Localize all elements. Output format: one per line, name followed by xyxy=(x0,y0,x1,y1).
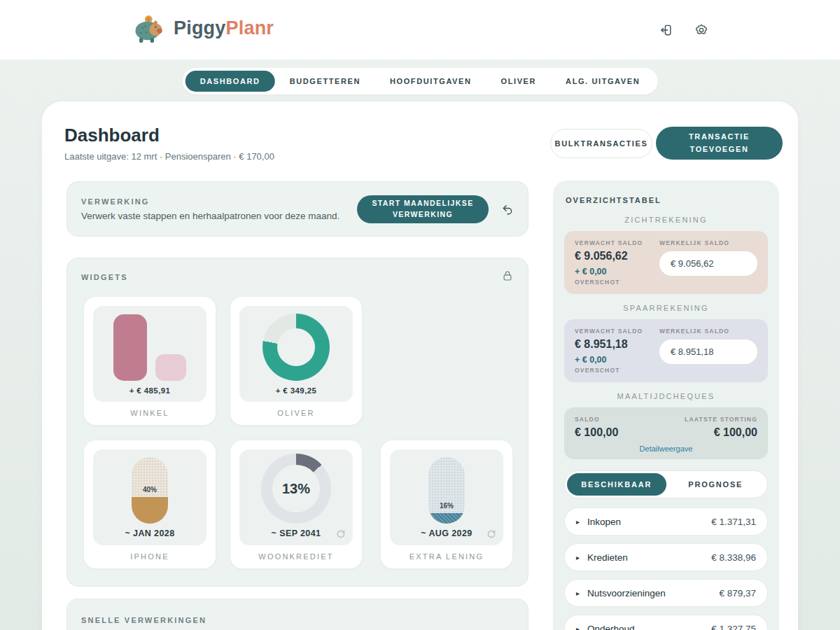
zichtrekening-title: ZICHTREKENING xyxy=(564,216,768,224)
expected-balance-label: VERWACHT SALDO xyxy=(575,328,659,335)
surplus-label: OVERSCHOT xyxy=(575,367,659,374)
extra-lening-percent: 16% xyxy=(428,502,465,510)
app-header: PiggyPlanr xyxy=(0,0,840,59)
logout-icon[interactable] xyxy=(659,23,673,37)
overview-panel: OVERZICHTSTABEL ZICHTREKENING VERWACHT S… xyxy=(553,181,779,630)
saldo-label: SALDO xyxy=(575,416,618,423)
bar-tall xyxy=(113,314,147,381)
winkel-bar-chart xyxy=(113,314,186,381)
iphone-label: IPHONE xyxy=(84,552,216,561)
chevron-right-icon: ▸ xyxy=(576,589,580,597)
surplus-value: + € 0,00 xyxy=(575,267,659,276)
chevron-right-icon: ▸ xyxy=(576,625,580,630)
category-name: Kredieten xyxy=(587,552,628,563)
actual-balance-input[interactable]: € 9.056,62 xyxy=(659,251,757,276)
category-amount: € 879,37 xyxy=(719,588,756,598)
widgets-panel: WIDGETS + € 485,91 WINKEL + € 349,25 xyxy=(66,258,528,587)
tab-hoofduitgaven[interactable]: HOOFDUITGAVEN xyxy=(375,71,486,92)
category-amount: € 1.371,31 xyxy=(711,517,756,527)
undo-icon[interactable] xyxy=(501,203,514,216)
dashboard-card: Dashboard Laatste uitgave: 12 mrt · Pens… xyxy=(42,102,798,630)
category-name: Nutsvoorzieningen xyxy=(587,588,666,598)
category-name: Inkopen xyxy=(587,517,621,527)
refresh-icon[interactable] xyxy=(486,529,496,539)
page-title: Dashboard xyxy=(64,125,160,146)
woonkrediet-label: WOONKREDIET xyxy=(230,552,362,561)
iphone-gauge-fill xyxy=(132,497,168,524)
overview-label: OVERZICHTSTABEL xyxy=(566,196,768,204)
category-amount: € 8.338,96 xyxy=(711,552,756,563)
last-deposit-value: € 100,00 xyxy=(685,426,757,439)
iphone-gauge: 40% xyxy=(132,457,168,524)
iphone-percent: 40% xyxy=(132,486,168,493)
processing-label: VERWERKING xyxy=(81,197,357,206)
extra-lening-gauge: 16% xyxy=(428,457,465,524)
maaltijdcheques-title: MAALTIJDCHEQUES xyxy=(564,392,768,400)
bulk-transactions-button[interactable]: BULKTRANSACTIES xyxy=(550,129,652,158)
quick-processing-panel: SNELLE VERWERKINGEN xyxy=(66,598,528,630)
expected-balance-label: VERWACHT SALDO xyxy=(575,239,659,246)
oliver-value: + € 349,25 xyxy=(276,386,317,395)
lock-icon[interactable] xyxy=(501,270,514,282)
extra-lening-date: ~ AUG 2029 xyxy=(421,528,472,538)
winkel-value: + € 485,91 xyxy=(130,386,171,395)
expected-balance-value: € 8.951,18 xyxy=(575,338,659,351)
toggle-prognose[interactable]: PROGNOSE xyxy=(666,473,766,496)
zichtrekening-card: VERWACHT SALDO € 9.056,62 + € 0,00 OVERS… xyxy=(564,231,768,294)
widget-oliver[interactable]: + € 349,25 OLIVER xyxy=(230,296,363,426)
spaarrekening-card: VERWACHT SALDO € 8.951,18 + € 0,00 OVERS… xyxy=(564,319,768,382)
last-deposit-label: LAATSTE STORTING xyxy=(685,416,757,423)
widget-extra-lening[interactable]: 16% ~ AUG 2029 EXTRA LENING xyxy=(380,440,513,569)
iphone-date: ~ JAN 2028 xyxy=(125,528,174,538)
actual-balance-label: WERKELIJK SALDO xyxy=(659,328,757,335)
chevron-right-icon: ▸ xyxy=(576,518,580,526)
processing-panel: VERWERKING Verwerk vaste stappen en herh… xyxy=(66,181,528,237)
oliver-donut-chart xyxy=(262,314,330,381)
add-transaction-button[interactable]: TRANSACTIE TOEVOEGEN xyxy=(656,127,783,160)
woonkrediet-donut-chart: 13% xyxy=(261,454,331,524)
expected-balance-value: € 9.056,62 xyxy=(575,250,659,262)
last-expense-subtitle: Laatste uitgave: 12 mrt · Pensioensparen… xyxy=(64,151,274,162)
bar-short xyxy=(155,354,186,381)
extra-lening-label: EXTRA LENING xyxy=(381,552,512,561)
quick-processing-label: SNELLE VERWERKINGEN xyxy=(81,616,206,624)
widgets-label: WIDGETS xyxy=(81,273,128,281)
surplus-value: + € 0,00 xyxy=(575,355,659,365)
app-title: PiggyPlanr xyxy=(174,18,274,39)
main-nav: DASHBOARD BUDGETTEREN HOOFDUITGAVEN OLIV… xyxy=(183,68,658,94)
category-amount: € 1.327,75 xyxy=(711,624,756,630)
category-row-nutsvoorzieningen[interactable]: ▸ Nutsvoorzieningen € 879,37 xyxy=(564,579,768,607)
category-row-onderhoud[interactable]: ▸ Onderhoud € 1.327,75 xyxy=(564,615,768,630)
spaarrekening-title: SPAARREKENING xyxy=(564,304,768,312)
woonkrediet-date: ~ SEP 2041 xyxy=(272,528,321,538)
tab-budgetteren[interactable]: BUDGETTEREN xyxy=(275,71,375,92)
widget-iphone[interactable]: 40% ~ JAN 2028 IPHONE xyxy=(83,440,216,569)
tab-alg-uitgaven[interactable]: ALG. UITGAVEN xyxy=(551,71,654,92)
toggle-beschikbaar[interactable]: BESCHIKBAAR xyxy=(567,473,666,496)
actual-balance-input[interactable]: € 8.951,18 xyxy=(659,340,757,364)
processing-description: Verwerk vaste stappen en herhaalpatronen… xyxy=(81,211,357,221)
piggy-bank-icon xyxy=(132,13,167,43)
woonkrediet-percent: 13% xyxy=(261,454,331,524)
actual-balance-label: WERKELIJK SALDO xyxy=(659,239,757,246)
oliver-label: OLIVER xyxy=(230,409,362,417)
winkel-label: WINKEL xyxy=(84,409,216,417)
refresh-icon[interactable] xyxy=(336,529,346,539)
widget-woonkrediet[interactable]: 13% ~ SEP 2041 WOONKREDIET xyxy=(230,440,363,569)
saldo-value: € 100,00 xyxy=(575,426,618,439)
view-toggle: BESCHIKBAAR PROGNOSE xyxy=(564,470,768,498)
tab-dashboard[interactable]: DASHBOARD xyxy=(186,71,275,92)
surplus-label: OVERSCHOT xyxy=(575,279,659,286)
extra-lening-gauge-fill xyxy=(428,513,465,524)
category-row-kredieten[interactable]: ▸ Kredieten € 8.338,96 xyxy=(564,543,768,571)
category-name: Onderhoud xyxy=(587,624,635,630)
maaltijdcheques-card: SALDO € 100,00 LAATSTE STORTING € 100,00… xyxy=(564,407,768,459)
app-logo: PiggyPlanr xyxy=(132,13,274,43)
chevron-right-icon: ▸ xyxy=(576,554,580,561)
settings-gear-icon[interactable] xyxy=(694,23,708,37)
widget-winkel[interactable]: + € 485,91 WINKEL xyxy=(83,296,216,426)
start-monthly-processing-button[interactable]: START MAANDELIJKSE VERWERKING xyxy=(357,195,489,223)
category-row-inkopen[interactable]: ▸ Inkopen € 1.371,31 xyxy=(564,507,768,536)
tab-oliver[interactable]: OLIVER xyxy=(486,71,552,92)
detail-view-link[interactable]: Detailweergave xyxy=(575,444,757,453)
